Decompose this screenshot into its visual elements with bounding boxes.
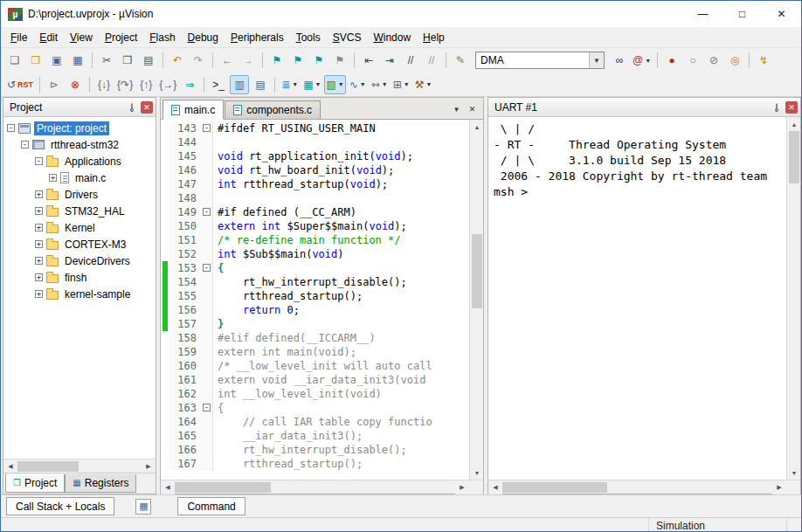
run-button[interactable]: ⊳ [45,75,64,94]
pin-icon[interactable]: ⊸ [770,100,784,114]
stop-button[interactable]: ⊗ [66,75,85,94]
menu-item-project[interactable]: Project [99,29,143,46]
cut-button[interactable]: ✂ [97,51,116,70]
scroll-down-icon[interactable]: ▼ [470,466,483,480]
uart-output[interactable]: \ | /- RT - Thread Operating System / | … [488,117,786,480]
menu-item-debug[interactable]: Debug [182,29,225,46]
menu-item-edit[interactable]: Edit [33,29,64,46]
menu-item-file[interactable]: File [4,29,33,46]
scrollbar-thumb[interactable] [17,461,79,472]
new-file-button[interactable]: ❏ [5,51,24,70]
fold-toggle-icon[interactable]: - [203,124,211,132]
menu-item-tools[interactable]: Tools [290,29,327,46]
editor-vscrollbar[interactable]: ▲ ▼ [469,120,483,480]
trace-window-button[interactable]: ↭▼ [370,75,390,94]
tree-expander-icon[interactable]: - [35,157,43,165]
show-next-statement-button[interactable]: ⇒ [180,75,199,94]
scrollbar-track[interactable] [502,480,772,494]
scrollbar-track[interactable] [175,480,455,494]
scroll-left-icon[interactable]: ◀ [161,480,175,494]
code-area[interactable]: 143-#ifdef RT_USING_USER_MAIN144145void … [161,120,469,480]
paste-button[interactable]: ▤ [139,51,158,70]
uncomment-selection-button[interactable]: // [422,51,441,70]
memory-window-button[interactable]: ▦▼ [301,75,322,94]
resize-grip[interactable] [787,518,801,532]
editor-tab-components-c[interactable]: components.c [225,100,321,119]
menu-item-help[interactable]: Help [417,29,451,46]
fold-toggle-icon[interactable]: - [203,404,211,411]
command-tab[interactable]: Command [177,497,245,515]
scrollbar-track[interactable] [470,134,483,466]
navigate-back-button[interactable]: ← [218,51,237,70]
tree-expander-icon[interactable]: + [35,207,43,215]
tree-expander-icon[interactable]: + [35,273,43,281]
save-all-button[interactable]: ▦ [68,51,87,70]
menu-item-svcs[interactable]: SVCS [327,29,368,46]
tree-item-kernel[interactable]: +Kernel [3,219,156,236]
redo-button[interactable]: ↷ [189,51,208,70]
scroll-left-icon[interactable]: ◀ [488,480,502,494]
scrollbar-thumb[interactable] [789,131,799,183]
analysis-window-button[interactable]: ∿▼ [348,75,368,94]
scroll-up-icon[interactable]: ▲ [787,117,800,131]
enable-breakpoints-button[interactable]: ◎ [725,51,744,70]
scrollbar-track[interactable] [787,131,800,466]
menu-item-flash[interactable]: Flash [143,29,181,46]
close-icon[interactable]: ✕ [762,1,801,27]
tree-expander-icon[interactable]: - [7,124,15,132]
tree-item-drivers[interactable]: +Drivers [3,186,156,203]
options-for-target-button[interactable]: ✎ [451,51,470,70]
step-out-button[interactable]: {↑} [136,75,156,94]
scroll-right-icon[interactable]: ▶ [142,459,156,473]
system-viewer-button[interactable]: ⊞▼ [391,75,411,94]
step-over-button[interactable]: {↷} [115,75,135,94]
bookmark-next-button[interactable]: ⚑ [309,51,328,70]
reset-cpu-button[interactable]: ↺RST [5,75,35,94]
panel-tab-registers[interactable]: ▦Registers [65,474,136,493]
bookmark-toggle-button[interactable]: ⚑ [267,51,287,70]
maximize-icon[interactable]: □ [722,1,762,27]
tree-expander-icon[interactable]: + [49,174,57,182]
scroll-left-icon[interactable]: ◀ [3,459,17,473]
target-select-combo[interactable]: DMA▼ [475,52,605,69]
serial-window-button[interactable]: ▧▼ [324,75,345,94]
save-button[interactable]: ▣ [47,51,66,70]
pin-icon[interactable]: ⊸ [125,100,139,114]
fold-toggle-icon[interactable]: - [203,264,211,272]
uart-vscrollbar[interactable]: ▲ ▼ [786,117,800,480]
open-file-button[interactable]: ❒ [26,51,45,70]
watch-window-button[interactable]: ≣▼ [280,75,300,94]
project-hscrollbar[interactable]: ◀ ▶ [3,459,156,473]
undo-button[interactable]: ↶ [168,51,187,70]
flash-download-button[interactable]: ↯ [754,51,773,70]
tree-item-applications[interactable]: -Applications [3,153,156,169]
find-button[interactable]: @▼ [631,51,653,70]
tree-item-stm32-hal[interactable]: +STM32_HAL [3,203,156,219]
scrollbar-thumb[interactable] [175,482,271,493]
tree-expander-icon[interactable]: + [35,190,43,198]
disable-breakpoint-button[interactable]: ○ [683,51,702,70]
scrollbar-thumb[interactable] [502,482,607,493]
kill-breakpoints-button[interactable]: ⊘ [704,51,723,70]
bookmark-previous-button[interactable]: ⚑ [288,51,308,70]
step-into-button[interactable]: {↓} [94,75,114,94]
grid-icon[interactable]: ▦ [135,499,151,515]
panel-close-icon[interactable]: ✕ [785,101,798,114]
editor-tab-main-c[interactable]: main.c [162,100,224,120]
uart-hscrollbar[interactable]: ◀ ▶ [488,480,800,494]
call-stack-tab[interactable]: Call Stack + Locals [6,497,114,515]
minimize-icon[interactable]: — [683,1,722,27]
tree-item-main-c[interactable]: +main.c [3,169,156,186]
tree-expander-icon[interactable]: - [21,141,29,149]
tree-item-finsh[interactable]: +finsh [3,269,156,286]
fold-toggle-icon[interactable]: - [203,208,211,216]
combo-dropdown-icon[interactable]: ▼ [589,52,604,68]
indent-button[interactable]: ⇥ [380,51,399,70]
tree-expander-icon[interactable]: + [35,290,43,298]
scrollbar-track[interactable] [17,459,142,473]
tab-list-icon[interactable]: ▾ [450,102,463,115]
scroll-right-icon[interactable]: ▶ [455,480,469,494]
comment-selection-button[interactable]: // [401,51,420,70]
scrollbar-thumb[interactable] [472,234,482,308]
tree-expander-icon[interactable]: + [35,240,43,248]
